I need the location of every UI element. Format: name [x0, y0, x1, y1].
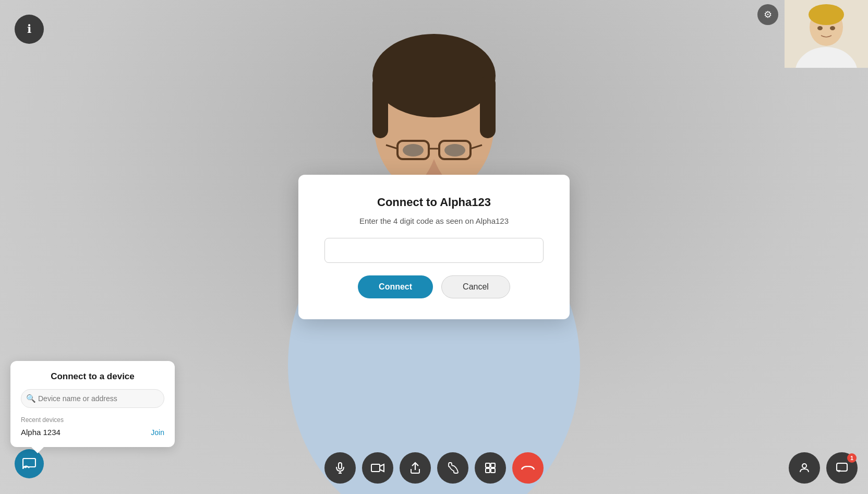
modal-title: Connect to Alpha123: [324, 196, 544, 209]
modal-actions: Connect Cancel: [324, 275, 544, 298]
modal-cancel-button[interactable]: Cancel: [441, 275, 510, 298]
modal-connect-button[interactable]: Connect: [358, 275, 433, 298]
code-input[interactable]: [324, 238, 544, 263]
modal-overlay: Connect to Alpha123 Enter the 4 digit co…: [0, 0, 868, 494]
connect-modal: Connect to Alpha123 Enter the 4 digit co…: [298, 175, 570, 319]
modal-subtitle: Enter the 4 digit code as seen on Alpha1…: [324, 216, 544, 225]
